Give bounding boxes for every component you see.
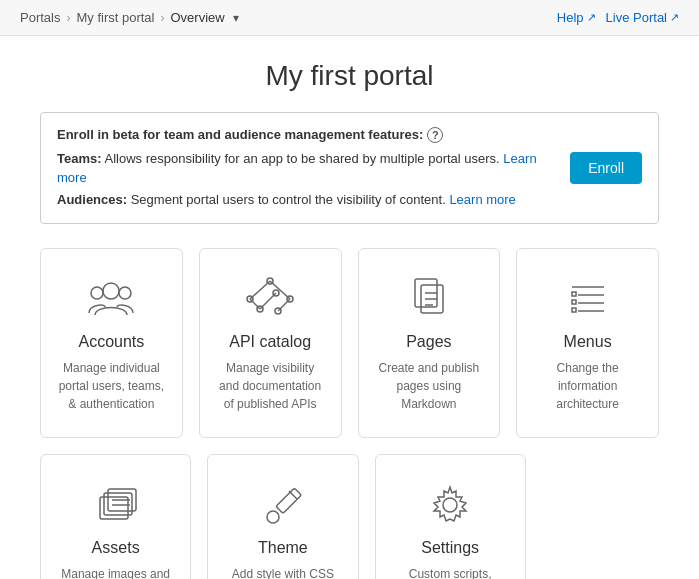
card-pages[interactable]: Pages Create and publish pages using Mar…: [358, 248, 501, 438]
card-icon-menus: [562, 277, 614, 321]
breadcrumb-dropdown-button[interactable]: ▾: [231, 11, 241, 25]
svg-line-4: [250, 299, 260, 309]
cards-row-2: Assets Manage images and other assets Th…: [40, 454, 659, 579]
breadcrumb-portals[interactable]: Portals: [20, 10, 60, 25]
breadcrumb: Portals › My first portal › Overview ▾: [20, 10, 241, 25]
card-title-theme: Theme: [258, 539, 308, 557]
card-icon-api-catalog: [244, 277, 296, 321]
card-title-accounts: Accounts: [78, 333, 144, 351]
card-title-api-catalog: API catalog: [229, 333, 311, 351]
breadcrumb-current: Overview: [170, 10, 224, 25]
card-title-settings: Settings: [421, 539, 479, 557]
card-desc-settings: Custom scripts, domain, email settings..…: [392, 565, 509, 579]
card-accounts[interactable]: Accounts Manage individual portal users,…: [40, 248, 183, 438]
beta-banner: Enroll in beta for team and audience man…: [40, 112, 659, 224]
beta-audiences-row: Audiences: Segment portal users to contr…: [57, 190, 560, 210]
beta-teams-row: Teams: Allows responsibility for an app …: [57, 149, 560, 188]
card-theme[interactable]: Theme Add style with CSS rules: [207, 454, 358, 579]
help-tooltip-icon[interactable]: ?: [427, 127, 443, 143]
card-assets[interactable]: Assets Manage images and other assets: [40, 454, 191, 579]
card-api-catalog[interactable]: API catalog Manage visibility and docume…: [199, 248, 342, 438]
svg-line-33: [289, 491, 297, 499]
external-link-icon: ↗: [587, 11, 596, 24]
svg-rect-23: [572, 292, 576, 296]
card-desc-theme: Add style with CSS rules: [224, 565, 341, 579]
card-desc-assets: Manage images and other assets: [57, 565, 174, 579]
svg-point-34: [443, 498, 457, 512]
card-icon-accounts: [85, 277, 137, 321]
breadcrumb-portal-name[interactable]: My first portal: [76, 10, 154, 25]
card-desc-api-catalog: Manage visibility and documentation of p…: [216, 359, 325, 413]
live-portal-link[interactable]: Live Portal ↗: [606, 10, 679, 25]
card-settings[interactable]: Settings Custom scripts, domain, email s…: [375, 454, 526, 579]
help-link[interactable]: Help ↗: [557, 10, 596, 25]
audiences-learn-more-link[interactable]: Learn more: [449, 192, 515, 207]
breadcrumb-sep-2: ›: [160, 11, 164, 25]
header-actions: Help ↗ Live Portal ↗: [557, 10, 679, 25]
card-menus[interactable]: Menus Change the information architectur…: [516, 248, 659, 438]
card-icon-assets: [90, 483, 142, 527]
breadcrumb-sep-1: ›: [66, 11, 70, 25]
svg-rect-24: [572, 300, 576, 304]
main-content: My first portal Enroll in beta for team …: [0, 36, 699, 579]
svg-point-0: [103, 283, 119, 299]
card-desc-accounts: Manage individual portal users, teams, &…: [57, 359, 166, 413]
svg-line-3: [250, 281, 270, 299]
svg-point-2: [119, 287, 131, 299]
card-title-menus: Menus: [564, 333, 612, 351]
card-desc-pages: Create and publish pages using Markdown: [375, 359, 484, 413]
card-title-pages: Pages: [406, 333, 451, 351]
card-icon-pages: [403, 277, 455, 321]
card-desc-menus: Change the information architecture: [533, 359, 642, 413]
svg-point-32: [267, 511, 279, 523]
svg-point-13: [273, 290, 279, 296]
header: Portals › My first portal › Overview ▾ H…: [0, 0, 699, 36]
beta-title: Enroll in beta for team and audience man…: [57, 125, 560, 145]
cards-row-1: Accounts Manage individual portal users,…: [40, 248, 659, 438]
card-placeholder-0: [542, 454, 659, 579]
card-title-assets: Assets: [92, 539, 140, 557]
beta-banner-content: Enroll in beta for team and audience man…: [57, 125, 560, 211]
card-icon-settings: [424, 483, 476, 527]
portal-title: My first portal: [40, 60, 659, 92]
external-link-icon-2: ↗: [670, 11, 679, 24]
card-icon-theme: [257, 483, 309, 527]
enroll-button[interactable]: Enroll: [570, 152, 642, 184]
svg-rect-31: [276, 488, 301, 513]
svg-rect-25: [572, 308, 576, 312]
svg-point-1: [91, 287, 103, 299]
